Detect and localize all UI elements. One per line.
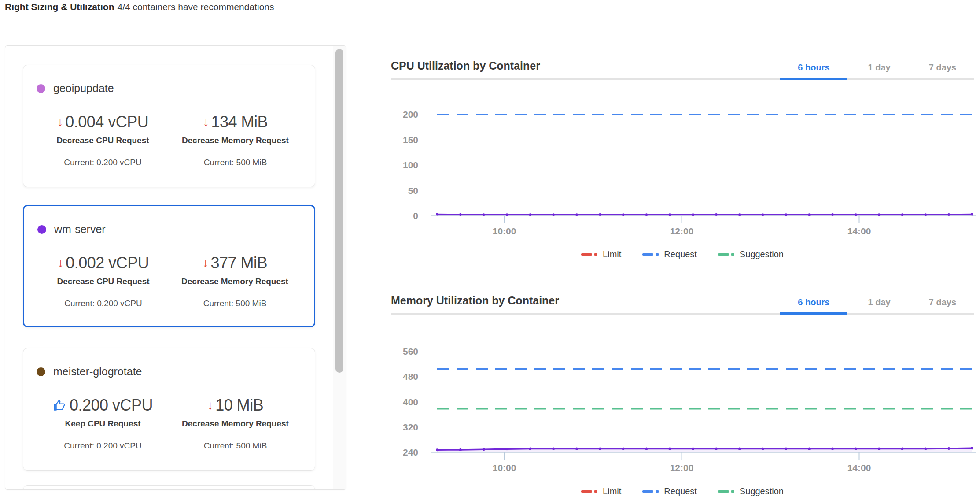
usage-point <box>645 447 648 450</box>
usage-point <box>552 213 555 216</box>
usage-point <box>552 447 555 450</box>
usage-point <box>529 447 531 450</box>
memory-recommendation-value: 10 MiB <box>215 397 263 414</box>
tab-1-day[interactable]: 1 day <box>851 63 908 80</box>
container-name: meister-glogrotate <box>53 365 142 378</box>
usage-point <box>924 447 927 450</box>
legend-item-limit[interactable]: Limit <box>581 486 621 497</box>
recommendations-row: ↓ 0.002 vCPU Decrease CPU Request Curren… <box>37 254 301 308</box>
memory-recommendation-value-row: ↓ 134 MiB <box>203 113 268 131</box>
cpu-recommendation: ↓ 0.004 vCPU Decrease CPU Request Curren… <box>37 113 169 167</box>
tab-7-days[interactable]: 7 days <box>911 63 974 80</box>
cpu-recommendation-value-row: ↓ 0.200 vCPU <box>53 397 153 414</box>
y-axis-tick-label: 150 <box>403 135 418 145</box>
tab-6-hours[interactable]: 6 hours <box>780 63 847 80</box>
usage-point <box>645 213 648 216</box>
right-sizing-page: Right Sizing & Utilization4/4 containers… <box>0 0 980 504</box>
x-axis-tick-label: 10:00 <box>493 463 516 473</box>
memory-recommendation: ↓ 10 MiB Decrease Memory Request Current… <box>169 397 302 451</box>
usage-point <box>878 447 881 450</box>
usage-point <box>901 213 904 216</box>
memory-current-value: Current: 500 MiB <box>204 441 267 451</box>
container-name-row: geoipupdate <box>37 82 302 95</box>
legend-dash-icon <box>581 490 592 493</box>
y-axis-tick-label: 320 <box>403 422 418 432</box>
memory-recommendation: ↓ 377 MiB Decrease Memory Request Curren… <box>169 254 301 308</box>
memory-recommendation-action: Decrease Memory Request <box>182 136 289 145</box>
usage-point <box>436 213 438 216</box>
recommendations-row: ↓ 0.004 vCPU Decrease CPU Request Curren… <box>37 113 302 167</box>
legend-dot-icon <box>731 253 734 256</box>
legend-dash-icon <box>642 490 653 493</box>
legend-dash-icon <box>642 253 653 256</box>
legend-dot-icon <box>731 490 734 493</box>
memory-chart-header: Memory Utilization by Container 6 hours1… <box>391 288 974 315</box>
container-card-geoipupdate[interactable]: geoipupdate ↓ 0.004 vCPU Decrease CPU Re… <box>23 65 315 187</box>
usage-point <box>459 213 462 216</box>
container-name: geoipupdate <box>53 82 114 95</box>
container-card-wm-server[interactable]: wm-server ↓ 0.002 vCPU Decrease CPU Requ… <box>23 205 315 327</box>
cpu-time-range-tabs: 6 hours1 day7 days <box>777 63 974 78</box>
container-color-dot <box>37 84 45 93</box>
usage-point <box>785 213 787 216</box>
legend-dash-icon <box>718 253 729 256</box>
legend-dash-icon <box>581 253 592 256</box>
tab-6-hours[interactable]: 6 hours <box>780 297 847 315</box>
usage-point <box>715 447 718 450</box>
legend-item-limit[interactable]: Limit <box>581 249 621 259</box>
usage-point <box>878 213 881 216</box>
thumb-up-icon <box>53 399 66 412</box>
usage-point <box>855 213 857 216</box>
tab-1-day[interactable]: 1 day <box>851 297 908 315</box>
y-axis-tick-label: 200 <box>403 109 418 119</box>
usage-point <box>436 448 438 451</box>
page-header: Right Sizing & Utilization4/4 containers… <box>5 2 274 12</box>
usage-point <box>622 447 625 450</box>
memory-current-value: Current: 500 MiB <box>203 299 267 308</box>
usage-point <box>808 447 811 450</box>
cpu-recommendation-action: Decrease CPU Request <box>57 277 149 286</box>
container-name-row: wm-server <box>37 223 301 236</box>
usage-point <box>808 213 811 216</box>
usage-point <box>529 213 531 216</box>
decrease-arrow-icon: ↓ <box>57 116 63 128</box>
memory-current-value: Current: 500 MiB <box>204 158 267 167</box>
legend-label: Suggestion <box>740 249 784 259</box>
usage-point <box>855 447 857 450</box>
scrollbar-thumb[interactable] <box>335 49 343 373</box>
legend-item-suggestion[interactable]: Suggestion <box>718 249 784 259</box>
container-name-row: meister-glogrotate <box>37 365 302 378</box>
usage-point <box>459 448 462 451</box>
usage-point <box>505 213 508 216</box>
recommendations-row: ↓ 0.200 vCPU Keep CPU Request Current: 0… <box>37 397 302 451</box>
usage-point <box>483 213 485 216</box>
page-subtitle: 4/4 containers have recommendations <box>117 2 274 12</box>
cpu-current-value: Current: 0.200 vCPU <box>64 158 141 167</box>
y-axis-tick-label: 240 <box>403 447 418 457</box>
container-color-dot <box>37 367 45 376</box>
memory-recommendation-action: Decrease Memory Request <box>181 277 288 286</box>
x-axis-tick-label: 14:00 <box>847 463 871 473</box>
container-color-dot <box>37 225 46 234</box>
container-card-meister-glogrotate[interactable]: meister-glogrotate ↓ 0.200 vCPU Keep CPU… <box>23 348 315 471</box>
legend-item-request[interactable]: Request <box>642 249 697 259</box>
usage-point <box>692 447 694 450</box>
usage-point <box>622 213 625 216</box>
memory-recommendation: ↓ 134 MiB Decrease Memory Request Curren… <box>169 113 302 167</box>
tab-7-days[interactable]: 7 days <box>911 297 974 315</box>
usage-point <box>668 213 671 216</box>
y-axis-tick-label: 50 <box>408 185 418 196</box>
y-axis-tick-label: 480 <box>403 371 418 382</box>
scrollbar-track[interactable] <box>333 46 346 489</box>
memory-recommendation-value: 377 MiB <box>210 254 267 272</box>
y-axis-tick-label: 100 <box>403 160 418 170</box>
memory-recommendation-action: Decrease Memory Request <box>182 419 289 429</box>
legend-item-request[interactable]: Request <box>642 486 697 497</box>
usage-point <box>599 213 601 216</box>
legend-item-suggestion[interactable]: Suggestion <box>718 486 784 497</box>
memory-chart-legend: LimitRequestSuggestion <box>391 486 974 497</box>
cpu-recommendation-action: Keep CPU Request <box>65 419 140 429</box>
container-card-partial[interactable] <box>23 485 315 490</box>
page-title: Right Sizing & Utilization <box>5 2 114 12</box>
cpu-chart-legend: LimitRequestSuggestion <box>391 249 974 259</box>
